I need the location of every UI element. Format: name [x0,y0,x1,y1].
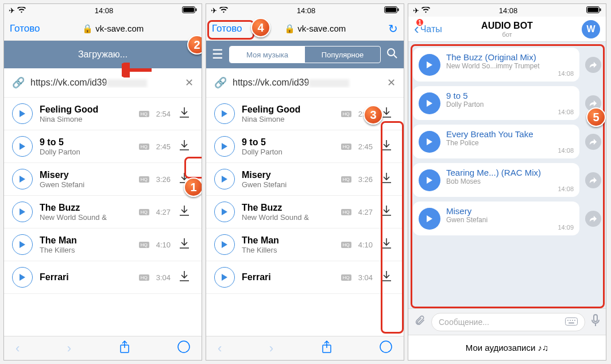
play-button[interactable] [214,136,235,157]
chat-header: ‹ Чаты 1 AUDIO BOT бот W [408,17,606,42]
panel-2-browser-list: ✈︎ 14:08 Готово 🔒 vk-save.com ↻ ☰ Моя му… [206,3,404,361]
url-input[interactable]: https://vk.com/id39 [233,78,381,88]
message-time: 14:09 [446,224,574,231]
forward-button[interactable] [585,134,601,150]
download-button[interactable] [177,106,194,122]
audio-bubble[interactable]: MiseryGwen Stefani14:09 [413,202,579,235]
done-button[interactable]: Готово [10,23,40,34]
done-button[interactable]: Готово [212,23,242,34]
download-button[interactable] [380,138,396,154]
track-row: 9 to 5Dolly PartonHQ2:45 [206,130,404,163]
share-icon[interactable] [119,340,130,357]
play-button[interactable] [214,234,235,255]
search-icon[interactable] [386,48,398,62]
attach-icon[interactable] [414,315,426,329]
download-button[interactable] [380,204,396,220]
forward-icon[interactable]: › [67,341,71,356]
chat-message: MiseryGwen Stefani14:09 [413,202,601,235]
download-button[interactable] [380,106,396,122]
hq-badge: HQ [341,242,351,248]
play-button[interactable] [214,103,235,124]
play-button[interactable] [12,103,33,124]
tab-my-music[interactable]: Моя музыка [230,47,305,63]
download-button[interactable] [177,138,194,154]
audio-bubble[interactable]: 9 to 5Dolly Parton14:08 [413,86,579,120]
tab-popular[interactable]: Популярное [305,47,380,63]
svg-point-20 [574,320,575,321]
my-audio-button[interactable]: Мои аудиозаписи ♪♫ [408,335,606,360]
forward-button[interactable] [585,172,601,188]
hq-badge: HQ [341,274,351,281]
hq-badge: HQ [139,274,149,281]
clock: 14:08 [95,6,114,15]
play-button[interactable] [214,267,235,288]
safari-icon[interactable] [380,340,392,357]
url-input[interactable]: https://vk.com/id39 [30,78,179,88]
track-title: Feeling Good [242,104,334,115]
address-bar[interactable]: 🔒 vk-save.com [247,24,384,34]
address-bar[interactable]: 🔒 vk-save.com [45,24,182,34]
refresh-button[interactable]: ↻ [388,22,398,36]
clear-button[interactable]: ✕ [185,76,194,89]
message-time: 14:08 [446,185,574,192]
audio-artist: Gwen Stefani [446,216,574,224]
menu-icon[interactable]: ☰ [212,47,223,62]
forward-button[interactable] [585,57,601,73]
download-button[interactable] [380,237,396,253]
track-duration: 3:04 [358,273,373,282]
forward-icon[interactable]: › [269,341,273,356]
download-button[interactable] [177,237,194,253]
safari-icon[interactable] [177,340,190,357]
svg-rect-2 [195,8,196,11]
play-button[interactable] [12,169,33,189]
play-button[interactable] [419,54,440,76]
track-duration: 2:54 [156,110,171,118]
download-button[interactable] [177,171,194,187]
play-button[interactable] [12,202,33,222]
audio-meta: MiseryGwen Stefani14:09 [446,206,574,231]
svg-rect-16 [566,318,578,326]
forward-button[interactable] [585,95,601,111]
clear-button[interactable]: ✕ [387,76,396,89]
track-title: The Man [40,235,132,246]
track-row: The ManThe KillersHQ4:10 [4,229,202,261]
play-button[interactable] [12,234,33,255]
back-icon[interactable]: ‹ [218,341,222,356]
forward-button[interactable] [585,211,601,227]
play-button[interactable] [214,169,235,189]
audio-bubble[interactable]: Tearing Me...) (RAC Mix)Bob Moses14:08 [413,163,579,197]
download-button[interactable] [380,171,396,187]
download-button[interactable] [380,269,396,285]
svg-rect-1 [183,7,194,12]
domain-text: vk-save.com [297,24,346,33]
download-button[interactable] [177,269,194,285]
share-icon[interactable] [321,340,332,357]
track-artist: The Killers [242,246,334,254]
track-artist: Dolly Parton [242,148,334,156]
play-button[interactable] [419,169,440,191]
message-input[interactable]: Сообщение... [431,313,585,331]
status-bar: ✈︎ 14:08 [4,4,202,17]
mic-icon[interactable] [591,314,600,330]
audio-bubble[interactable]: The Buzz (Original Mix)New World So...im… [413,48,579,82]
audio-bubble[interactable]: Every Breath You TakeThe Police14:08 [413,125,579,158]
play-button[interactable] [419,208,440,230]
audio-artist: Bob Moses [446,177,574,185]
play-button[interactable] [12,136,33,157]
audio-meta: Every Breath You TakeThe Police14:08 [446,129,574,154]
audio-artist: New World So...immy Trumpet [446,62,574,70]
back-icon[interactable]: ‹ [16,341,20,356]
track-duration: 4:27 [156,208,171,216]
panel-1-browser-loading: ✈︎ 14:08 Готово 🔒 vk-save.com ↻ Загружаю… [3,3,202,361]
play-button[interactable] [214,202,235,222]
track-duration: 3:26 [156,175,171,184]
play-button[interactable] [419,131,440,153]
play-button[interactable] [12,267,33,288]
download-button[interactable] [177,204,194,220]
airplane-icon: ✈︎ [211,6,217,15]
track-artist: New World Sound & [242,213,334,222]
play-button[interactable] [419,92,440,114]
keyboard-icon[interactable] [565,315,578,328]
hq-badge: HQ [139,242,149,248]
track-title: 9 to 5 [242,137,334,148]
